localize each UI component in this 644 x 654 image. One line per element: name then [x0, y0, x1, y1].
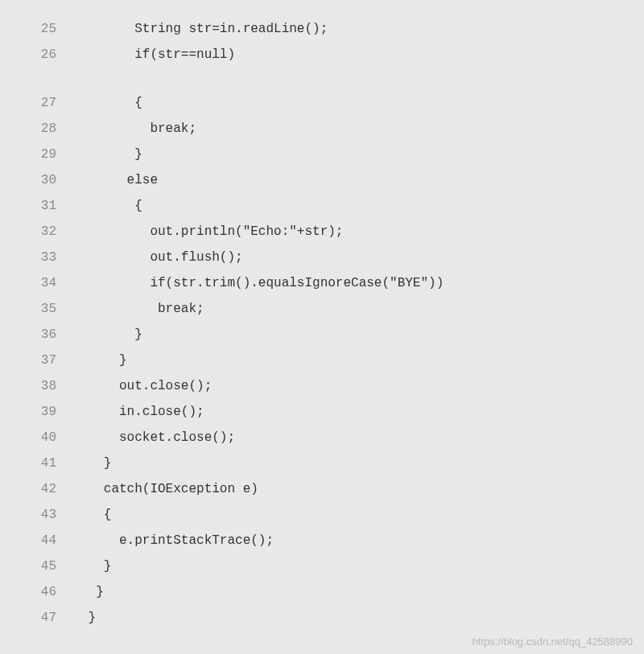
code-line: 29 }: [32, 142, 628, 167]
code-text: in.close();: [80, 399, 204, 425]
blank-line: [32, 68, 628, 90]
line-number: 28: [32, 116, 80, 142]
code-line: 46 }: [32, 579, 628, 605]
line-number: 47: [32, 605, 80, 631]
code-text: }: [80, 605, 96, 631]
code-block: 25 String str=in.readLine();26 if(str==n…: [32, 16, 628, 631]
code-text: }: [80, 142, 142, 167]
code-line: 37 }: [32, 348, 628, 373]
code-line: 44 e.printStackTrace();: [32, 528, 628, 553]
code-text: out.println("Echo:"+str);: [80, 219, 343, 245]
code-text: catch(IOException e): [80, 476, 258, 502]
code-line: 33 out.flush();: [32, 245, 628, 270]
code-text: break;: [80, 296, 204, 322]
line-number: 27: [32, 90, 80, 116]
line-number: 41: [32, 450, 80, 476]
code-text: }: [80, 553, 111, 579]
code-line: 35 break;: [32, 296, 628, 322]
code-text: }: [80, 579, 104, 605]
code-text: if(str==null): [80, 42, 235, 68]
code-line: 43 {: [32, 502, 628, 528]
code-line: 26 if(str==null): [32, 42, 628, 68]
line-number: 35: [32, 296, 80, 322]
code-line: 34 if(str.trim().equalsIgnoreCase("BYE")…: [32, 270, 628, 296]
line-number: 42: [32, 476, 80, 502]
line-number: 26: [32, 42, 80, 68]
line-number: 39: [32, 399, 80, 425]
code-line: 42 catch(IOException e): [32, 476, 628, 502]
code-text: break;: [80, 116, 196, 142]
line-number: 34: [32, 270, 80, 296]
code-line: 47 }: [32, 605, 628, 631]
line-number: 45: [32, 553, 80, 579]
code-text: String str=in.readLine();: [80, 16, 328, 42]
line-number: 25: [32, 16, 80, 42]
watermark-text: https://blog.csdn.net/qq_42588990: [473, 635, 634, 648]
code-text: if(str.trim().equalsIgnoreCase("BYE")): [80, 270, 444, 296]
code-line: 31 {: [32, 193, 628, 219]
code-line: 41 }: [32, 450, 628, 476]
code-text: {: [80, 90, 142, 116]
code-line: 32 out.println("Echo:"+str);: [32, 219, 628, 245]
code-line: 27 {: [32, 90, 628, 116]
code-line: 38 out.close();: [32, 373, 628, 399]
line-number: 36: [32, 322, 80, 348]
code-line: 39 in.close();: [32, 399, 628, 425]
line-number: 44: [32, 528, 80, 553]
line-number: 40: [32, 425, 80, 450]
line-number: 30: [32, 167, 80, 193]
code-text: out.close();: [80, 373, 212, 399]
code-text: e.printStackTrace();: [80, 528, 274, 553]
code-text: }: [80, 450, 111, 476]
line-number: 33: [32, 245, 80, 270]
code-line: 28 break;: [32, 116, 628, 142]
code-text: {: [80, 193, 142, 219]
line-number: 29: [32, 142, 80, 167]
code-text: }: [80, 322, 142, 348]
line-number: 32: [32, 219, 80, 245]
code-line: 25 String str=in.readLine();: [32, 16, 628, 42]
code-line: 36 }: [32, 322, 628, 348]
code-text: out.flush();: [80, 245, 243, 270]
line-number: 38: [32, 373, 80, 399]
code-text: socket.close();: [80, 425, 235, 450]
line-number: 37: [32, 348, 80, 373]
line-number: 46: [32, 579, 80, 605]
code-line: 30 else: [32, 167, 628, 193]
code-line: 45 }: [32, 553, 628, 579]
line-number: 31: [32, 193, 80, 219]
line-number: 43: [32, 502, 80, 528]
code-line: 40 socket.close();: [32, 425, 628, 450]
code-text: {: [80, 502, 111, 528]
code-text: else: [80, 167, 158, 193]
code-text: }: [80, 348, 127, 373]
